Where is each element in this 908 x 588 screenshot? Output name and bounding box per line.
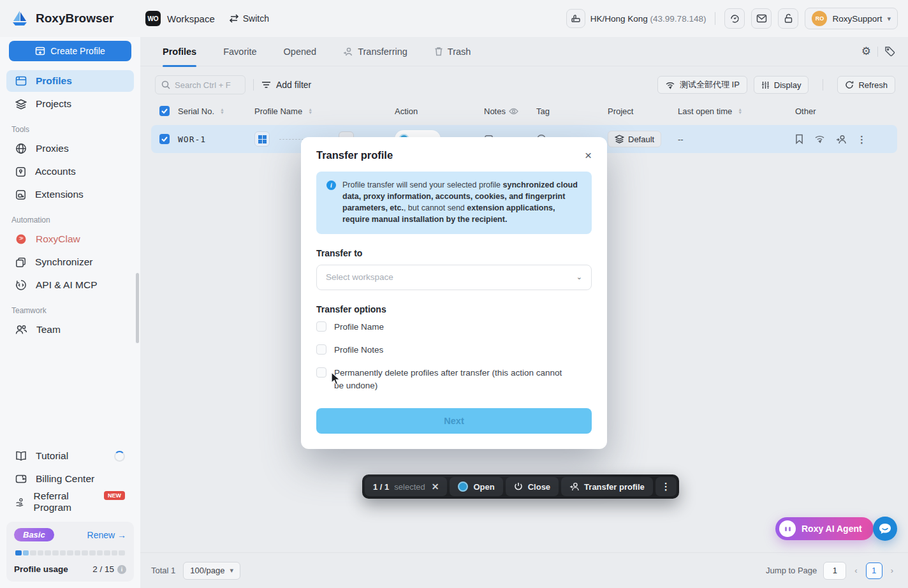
modal-title: Transfer profile [316,149,393,161]
close-selected-button[interactable]: Close [506,477,559,496]
sidebar-item-extensions[interactable]: Extensions [6,184,134,205]
checkbox-unchecked[interactable] [316,321,326,332]
layers-icon [15,99,27,110]
swap-arrows-icon [229,14,239,23]
switch-workspace-button[interactable]: Switch [229,13,269,24]
next-page-icon[interactable]: › [889,566,895,575]
jump-to-page-input[interactable] [823,562,846,580]
tag-manage-icon[interactable] [884,46,895,57]
window-plus-icon [35,47,45,55]
sort-icon[interactable]: ▲▼ [308,108,312,114]
info-icon[interactable]: i [117,565,126,574]
header-last-open-time[interactable]: Last open time▲▼ [678,107,775,116]
tab-trash[interactable]: Trash [434,37,471,66]
checkbox-unchecked[interactable] [316,344,326,355]
project-name: Default [628,135,654,144]
filter-icon [261,81,271,89]
header-notes[interactable]: Notes [484,107,536,116]
page-size-select[interactable]: 100/page ▾ [183,562,240,580]
display-button[interactable]: Display [754,76,809,94]
account-menu[interactable]: RO RoxySupport ▾ [805,8,898,29]
clear-selection-icon[interactable]: ✕ [432,481,439,492]
option-permanently-delete[interactable]: Permanently delete profiles after transf… [316,367,592,393]
add-filter-button[interactable]: Add filter [261,80,311,90]
sidebar-item-team[interactable]: Team [6,319,134,341]
more-actions-button[interactable]: ⋮ [655,477,677,496]
checkbox-unchecked[interactable] [316,367,326,378]
total-count: Total 1 [151,566,175,575]
renew-link[interactable]: Renew → [87,530,126,540]
search-input[interactable] [175,80,238,90]
transfer-profile-button[interactable]: Transfer profile [561,477,653,496]
plan-card: Basic Renew → Profile usage 2 / 15i [6,522,134,582]
search-box[interactable] [155,75,245,94]
settings-gear-icon[interactable]: ⚙ [861,45,871,58]
current-ip-chip[interactable]: HK/Hong Kong (43.99.78.148) [566,9,707,28]
roxy-ai-agent-button[interactable]: Roxy AI Agent [775,517,874,540]
more-actions-icon[interactable]: ⋮ [857,135,867,143]
next-button[interactable]: Next [316,408,592,434]
windows-os-icon [254,131,270,147]
pagination-footer: Total 1 100/page ▾ Jump to Page ‹ 1 › [140,552,908,588]
create-profile-button[interactable]: Create Profile [9,41,131,61]
transfer-label: Transfer profile [584,482,645,492]
test-all-proxy-button[interactable]: 测试全部代理 IP [657,76,747,94]
bookmark-icon[interactable] [795,134,803,144]
sidebar-item-label: Extensions [35,189,84,200]
support-chat-button[interactable] [873,517,897,541]
sidebar-item-label: Accounts [35,166,76,177]
usage-value: 2 / 15i [92,564,126,574]
table-header: Serial No.▲▼ Profile Name▲▼ Action Notes… [151,99,897,122]
sidebar-item-api-ai-mcp[interactable]: API & AI MCP [6,274,134,296]
sidebar-item-billing-center[interactable]: Billing Center [6,468,134,490]
row-checkbox[interactable] [159,134,170,144]
page-number-button[interactable]: 1 [866,562,882,579]
tab-opened[interactable]: Opened [284,37,317,66]
selection-count-chip[interactable]: 1 / 1 selected ✕ [365,477,447,496]
sidebar-item-label: Billing Center [36,473,94,485]
chat-bubble-icon [879,523,891,534]
tab-transferring[interactable]: Transferring [343,37,407,66]
sort-icon[interactable]: ▲▼ [220,108,224,114]
sidebar-item-label: Synchronizer [35,256,92,268]
header-profile-name[interactable]: Profile Name▲▼ [254,107,395,116]
sidebar-item-projects[interactable]: Projects [6,93,134,115]
prev-page-icon[interactable]: ‹ [853,566,859,575]
tab-bar: Profiles Favorite Opened Transferring Tr… [140,37,908,66]
mail-button[interactable] [751,8,772,29]
proxy-test-icon[interactable] [814,135,825,143]
switch-label: Switch [243,13,269,24]
browser-window-icon [15,76,27,86]
sidebar-item-profiles[interactable]: Profiles [6,70,134,92]
refresh-button[interactable]: Refresh [837,76,895,94]
option-profile-name[interactable]: Profile Name [316,321,592,334]
wallet-icon [15,474,27,484]
sidebar-item-referral-program[interactable]: Referral Program NEW [6,491,134,513]
sidebar-item-synchronizer[interactable]: Synchronizer [6,251,134,273]
ip-address-text: (43.99.78.148) [650,14,707,24]
option-label: Profile Notes [334,344,383,356]
project-badge[interactable]: Default [608,131,661,147]
workspace-select[interactable]: Select workspace ⌄ [316,265,592,290]
sidebar-item-accounts[interactable]: Accounts [6,161,134,182]
sync-button[interactable] [724,8,745,29]
sidebar-item-proxies[interactable]: Proxies [6,138,134,159]
select-all-checkbox[interactable] [159,106,170,116]
selected-count: 1 / 1 [373,482,389,492]
tab-profiles[interactable]: Profiles [163,37,196,66]
open-selected-button[interactable]: Open [450,477,502,496]
code-circle-icon [15,279,27,291]
close-icon[interactable]: × [585,149,592,161]
wifi-test-icon [665,81,675,89]
option-profile-notes[interactable]: Profile Notes [316,344,592,356]
sidebar-item-roxyclaw[interactable]: RoxyClaw [6,228,134,250]
tab-favorite[interactable]: Favorite [223,37,256,66]
sidebar-item-tutorial[interactable]: Tutorial [6,445,134,467]
transfer-person-icon[interactable] [836,135,846,144]
lock-button[interactable] [778,8,798,29]
header-tag: Tag [536,107,608,116]
sort-icon[interactable]: ▲▼ [738,108,742,114]
ai-agent-label: Roxy AI Agent [802,524,862,534]
sidebar-scrollbar[interactable] [136,273,139,343]
header-serial-no[interactable]: Serial No.▲▼ [178,107,254,116]
